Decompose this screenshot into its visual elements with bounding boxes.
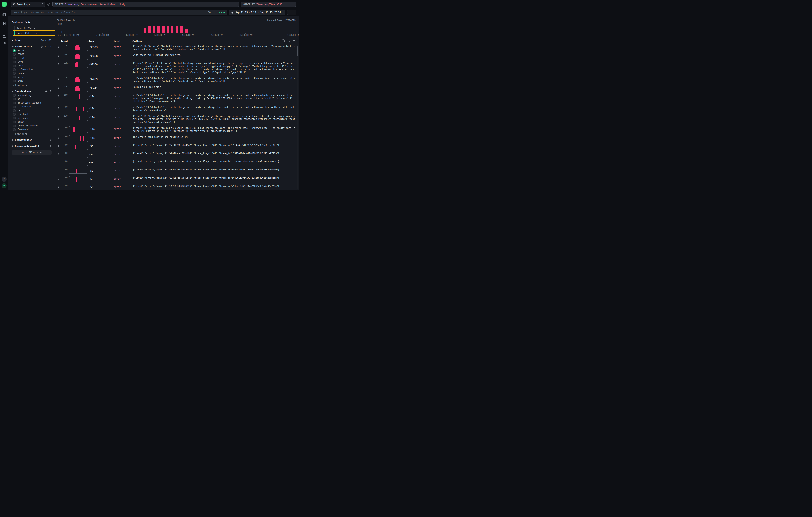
exclude-pattern-icon[interactable]: × <box>133 94 134 96</box>
wrap-text-icon[interactable] <box>287 39 290 42</box>
histogram-plot-area[interactable] <box>63 24 296 33</box>
pattern-row[interactable]: 60~116error{"code":13,"details":"failed … <box>57 125 296 134</box>
pattern-row[interactable]: 120~116error{"code":13,"details":"failed… <box>57 113 296 125</box>
checkbox-unchecked[interactable] <box>13 128 16 131</box>
scrollbar-track[interactable] <box>297 45 298 189</box>
filter-option[interactable]: WARN <box>12 80 52 82</box>
lang-sql-toggle[interactable]: SQL <box>208 11 212 14</box>
line-chart-icon[interactable] <box>2 28 6 32</box>
row-expand-chevron[interactable] <box>57 170 61 172</box>
download-icon[interactable] <box>292 39 295 42</box>
filter-option[interactable]: frontend <box>12 128 52 131</box>
checkbox-unchecked[interactable] <box>13 124 16 127</box>
checkbox-unchecked[interactable] <box>13 98 16 100</box>
order-by-input[interactable]: ORDER BY TimestampTime DESC <box>241 2 296 7</box>
panel-left-icon[interactable] <box>2 12 6 17</box>
filter-option[interactable]: artillery-loadgen <box>12 102 52 104</box>
filter-option[interactable]: cainjector <box>12 105 52 108</box>
filter-option[interactable]: ad <box>12 98 52 100</box>
filter-option[interactable]: ERROR <box>12 53 52 56</box>
pattern-row[interactable]: 60~116errorThe credit card (ending <*> e… <box>57 134 296 142</box>
exclude-pattern-icon[interactable]: × <box>133 106 134 109</box>
filter-option[interactable]: checkout <box>12 113 52 116</box>
show-more-button[interactable]: Show more <box>12 133 52 135</box>
pin-icon[interactable] <box>41 45 43 48</box>
pattern-row[interactable]: 60~174error×{"code":13,"details":"failed… <box>57 104 296 113</box>
column-header-count[interactable]: Count <box>89 40 114 42</box>
pin-icon[interactable] <box>49 90 52 93</box>
filter-option[interactable]: error <box>12 49 52 52</box>
row-expand-chevron[interactable] <box>57 87 61 89</box>
clear-all-button[interactable]: Clear all <box>40 39 52 42</box>
filter-option[interactable]: currency <box>12 117 52 119</box>
filter-option[interactable]: info <box>12 61 52 63</box>
pattern-row[interactable]: 180~174error×{"code":13,"details":"faile… <box>57 92 296 104</box>
row-expand-chevron[interactable] <box>57 55 61 57</box>
app-logo[interactable] <box>2 2 7 7</box>
checkbox-unchecked[interactable] <box>13 109 16 112</box>
filter-option[interactable]: fraud-detection <box>12 124 52 127</box>
search-icon[interactable] <box>36 45 39 48</box>
checkbox-unchecked[interactable] <box>13 106 16 108</box>
filter-option[interactable]: cart <box>12 109 52 112</box>
pin-icon[interactable] <box>49 145 52 147</box>
checkbox-unchecked[interactable] <box>13 80 16 82</box>
filter-option[interactable]: fatal <box>12 57 52 59</box>
filter-option[interactable]: INFO <box>12 64 52 67</box>
filter-group-header[interactable]: ServiceName <box>12 90 52 93</box>
row-expand-chevron[interactable] <box>57 78 61 80</box>
filter-option[interactable]: warn <box>12 76 52 79</box>
checkbox-unchecked[interactable] <box>13 53 16 56</box>
more-filters-button[interactable]: More filters <box>12 150 52 155</box>
time-range-picker[interactable]: Sep 11 15:47:14 - Sep 12 15:47:14 <box>229 9 286 16</box>
filter-option[interactable]: trace <box>12 72 52 75</box>
checkbox-unchecked[interactable] <box>13 57 16 59</box>
scrollbar-thumb[interactable] <box>297 47 298 56</box>
checkbox-unchecked[interactable] <box>13 68 16 71</box>
row-expand-chevron[interactable] <box>57 46 61 48</box>
row-expand-chevron[interactable] <box>57 145 61 147</box>
help-button[interactable]: ? <box>2 177 7 182</box>
pattern-row[interactable]: 60~58error{"level":"error","span_id":"cd… <box>57 167 296 175</box>
search-input[interactable] <box>13 11 208 14</box>
select-query-input[interactable]: SELECT Timestamp, ServiceName, SeverityT… <box>52 2 239 7</box>
pattern-row[interactable]: 22K~97360error{"error":{"code":13,"detai… <box>57 60 296 75</box>
pattern-row[interactable]: 22K~97069error×{"code":13,"details":"fai… <box>57 75 296 84</box>
column-resize-handle[interactable]: ⋮⋮ <box>112 39 115 42</box>
mode-results-table[interactable]: Results Table <box>14 26 52 31</box>
row-expand-chevron[interactable] <box>57 137 61 139</box>
row-expand-chevron[interactable] <box>57 128 61 130</box>
checkbox-unchecked[interactable] <box>13 117 16 119</box>
dashboard-layout-icon[interactable] <box>2 41 6 45</box>
pattern-row[interactable]: 60~58error{"level":"error","span_id":"33… <box>57 175 296 183</box>
filter-group-header[interactable]: ResourceSchemaUrl <box>12 145 52 147</box>
load-more-button[interactable]: Load more <box>12 84 52 87</box>
filter-group-header[interactable]: SeverityText Clear <box>12 45 52 48</box>
row-expand-chevron[interactable] <box>57 116 61 118</box>
checkbox-unchecked[interactable] <box>13 76 16 79</box>
row-expand-chevron[interactable] <box>57 95 61 97</box>
column-resize-handle[interactable]: ⋮⋮ <box>86 39 89 42</box>
gear-icon[interactable] <box>47 3 50 6</box>
checkbox-unchecked[interactable] <box>13 121 16 123</box>
pattern-row[interactable]: 60~58error{"level":"error","span_id":"b9… <box>57 183 296 190</box>
checkbox-unchecked[interactable] <box>13 113 16 116</box>
column-header-level[interactable]: level <box>114 40 132 42</box>
pattern-row[interactable]: 22K~98523error{"code":13,"details":"fail… <box>57 43 296 52</box>
pattern-row[interactable]: 60~58error{"level":"error","span_id":"0c… <box>57 142 296 150</box>
pattern-row[interactable]: 60~58error{"level":"error","span_id":"eb… <box>57 150 296 159</box>
filter-group-header[interactable]: ScopeVersion <box>12 139 52 141</box>
journal-logs-icon[interactable] <box>2 22 6 25</box>
column-header-pattern[interactable]: Pattern <box>132 40 283 42</box>
row-expand-chevron[interactable] <box>57 107 61 109</box>
pattern-row[interactable]: 22K~95441errorFailed to place order <box>57 84 296 92</box>
user-avatar[interactable]: U <box>2 183 7 188</box>
filter-option[interactable]: email <box>12 121 52 123</box>
row-expand-chevron[interactable] <box>57 186 61 188</box>
row-expand-chevron[interactable] <box>57 153 61 155</box>
column-header-trend[interactable]: Trend <box>61 40 89 42</box>
pin-icon[interactable] <box>49 139 52 141</box>
pattern-row[interactable]: 24K~98058errorVisa cache full: cannot ad… <box>57 52 296 60</box>
row-expand-chevron[interactable] <box>57 161 61 164</box>
checkbox-checked[interactable] <box>13 49 16 52</box>
